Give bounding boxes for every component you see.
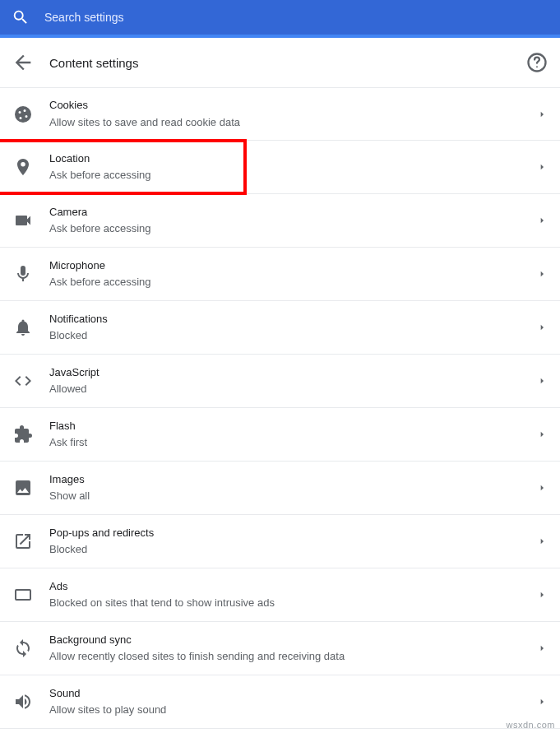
item-subtext: Allow sites to play sound xyxy=(49,703,535,717)
search-bar[interactable] xyxy=(0,0,560,38)
item-label: Location xyxy=(49,151,535,166)
item-text: CookiesAllow sites to save and read cook… xyxy=(49,98,535,129)
notifications-icon xyxy=(13,318,33,337)
page-header: Content settings xyxy=(0,38,560,87)
settings-item-flash[interactable]: FlashAsk first xyxy=(0,408,560,462)
chevron-right-icon xyxy=(535,108,548,121)
item-text: FlashAsk first xyxy=(49,419,535,450)
javascript-icon xyxy=(13,371,33,391)
item-text: MicrophoneAsk before accessing xyxy=(49,258,535,290)
item-label: Camera xyxy=(49,205,535,220)
cookies-icon xyxy=(13,104,33,124)
item-subtext: Allowed xyxy=(49,382,535,397)
settings-item-microphone[interactable]: MicrophoneAsk before accessing xyxy=(0,248,560,301)
item-text: SoundAllow sites to play sound xyxy=(49,686,535,717)
item-subtext: Show all xyxy=(49,489,535,503)
location-icon xyxy=(13,157,33,177)
item-label: Ads xyxy=(49,579,535,594)
images-icon xyxy=(13,478,33,498)
settings-item-popups[interactable]: Pop-ups and redirectsBlocked xyxy=(0,515,560,568)
flash-icon xyxy=(13,424,33,444)
item-text: LocationAsk before accessing xyxy=(49,151,535,183)
settings-list: CookiesAllow sites to save and read cook… xyxy=(0,87,560,729)
item-subtext: Allow sites to save and read cookie data xyxy=(49,115,535,130)
watermark: wsxdn.com xyxy=(506,720,555,730)
chevron-right-icon xyxy=(535,214,548,227)
settings-item-javascript[interactable]: JavaScriptAllowed xyxy=(0,355,560,408)
item-subtext: Blocked xyxy=(49,542,535,557)
camera-icon xyxy=(13,211,33,230)
item-text: NotificationsBlocked xyxy=(49,312,535,343)
item-label: Notifications xyxy=(49,312,535,327)
chevron-right-icon xyxy=(535,428,548,441)
settings-item-notifications[interactable]: NotificationsBlocked xyxy=(0,301,560,355)
svg-rect-2 xyxy=(16,590,30,600)
svg-point-1 xyxy=(536,66,538,67)
item-subtext: Blocked on sites that tend to show intru… xyxy=(49,596,535,610)
item-text: CameraAsk before accessing xyxy=(49,205,535,236)
search-input[interactable] xyxy=(44,11,548,24)
item-label: Flash xyxy=(49,419,535,434)
chevron-right-icon xyxy=(535,321,548,334)
chevron-right-icon xyxy=(535,481,548,494)
item-label: Pop-ups and redirects xyxy=(49,526,535,540)
item-label: Images xyxy=(49,472,535,487)
settings-item-camera[interactable]: CameraAsk before accessing xyxy=(0,194,560,248)
sound-icon xyxy=(13,692,33,712)
item-label: JavaScript xyxy=(49,365,535,380)
item-label: Sound xyxy=(49,686,535,701)
microphone-icon xyxy=(13,264,33,284)
item-subtext: Ask first xyxy=(49,435,535,450)
item-subtext: Allow recently closed sites to finish se… xyxy=(49,649,535,664)
settings-item-sound[interactable]: SoundAllow sites to play sound xyxy=(0,675,560,729)
popups-icon xyxy=(13,531,33,551)
search-icon xyxy=(12,8,30,26)
chevron-right-icon xyxy=(535,588,548,601)
chevron-right-icon xyxy=(535,160,548,174)
item-text: ImagesShow all xyxy=(49,472,535,503)
settings-item-images[interactable]: ImagesShow all xyxy=(0,462,560,515)
item-subtext: Ask before accessing xyxy=(49,168,535,183)
settings-item-location[interactable]: LocationAsk before accessing xyxy=(0,141,560,194)
ads-icon xyxy=(13,585,33,605)
back-button[interactable] xyxy=(12,51,35,74)
item-subtext: Ask before accessing xyxy=(49,221,535,236)
chevron-right-icon xyxy=(535,374,548,387)
background-sync-icon xyxy=(13,638,33,658)
item-text: AdsBlocked on sites that tend to show in… xyxy=(49,579,535,610)
item-label: Background sync xyxy=(49,633,535,647)
item-label: Microphone xyxy=(49,258,535,273)
settings-item-background-sync[interactable]: Background syncAllow recently closed sit… xyxy=(0,622,560,675)
chevron-right-icon xyxy=(535,695,548,708)
page-title: Content settings xyxy=(49,56,525,70)
item-text: JavaScriptAllowed xyxy=(49,365,535,397)
item-text: Pop-ups and redirectsBlocked xyxy=(49,526,535,557)
item-label: Cookies xyxy=(49,98,535,113)
settings-item-cookies[interactable]: CookiesAllow sites to save and read cook… xyxy=(0,87,560,141)
item-subtext: Ask before accessing xyxy=(49,275,535,290)
chevron-right-icon xyxy=(535,535,548,548)
chevron-right-icon xyxy=(535,642,548,655)
item-text: Background syncAllow recently closed sit… xyxy=(49,633,535,664)
settings-item-ads[interactable]: AdsBlocked on sites that tend to show in… xyxy=(0,568,560,622)
help-button[interactable] xyxy=(525,51,548,74)
chevron-right-icon xyxy=(535,267,548,281)
item-subtext: Blocked xyxy=(49,328,535,343)
